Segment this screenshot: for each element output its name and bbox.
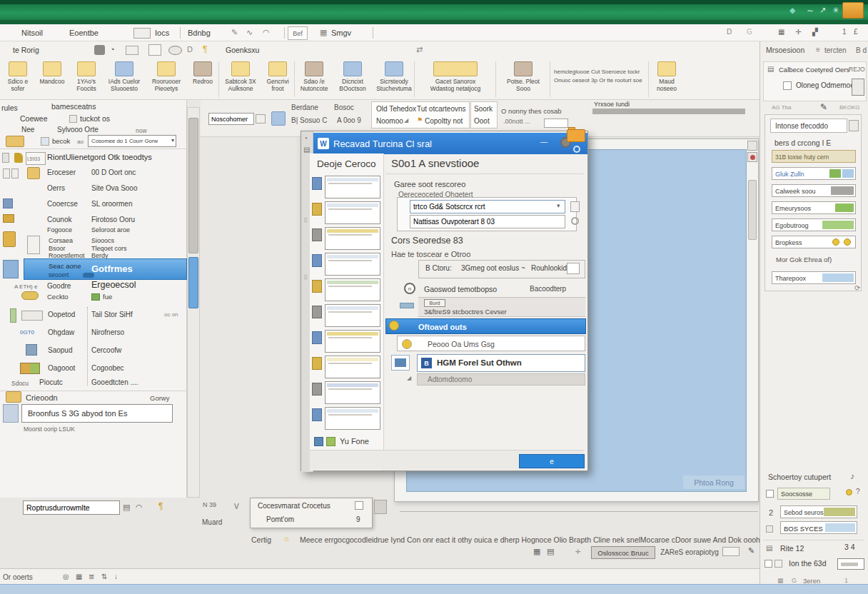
task-item[interactable]: Bropkess (772, 236, 856, 248)
template-thumbnail[interactable] (325, 253, 380, 276)
checkbox[interactable] (766, 490, 774, 498)
panel-header-box[interactable]: Intonse tfecoddo (770, 119, 847, 133)
ribbon-button[interactable]: IAds CuelorSluooesto (104, 61, 144, 92)
close-button[interactable] (842, 2, 864, 19)
ribbon-button[interactable]: Gencrivifroot (261, 61, 294, 92)
ok-button[interactable]: e (519, 454, 585, 468)
list-item-key[interactable]: Bsoor (49, 245, 66, 252)
layout-icon2[interactable]: ▤ (547, 547, 554, 556)
folder-badge-icon[interactable] (567, 129, 585, 142)
selected-option-row[interactable]: Oftoavd outs (385, 318, 586, 334)
view-tab2-line2[interactable]: Copoltty not (425, 117, 463, 125)
view-tab1-line2[interactable]: Noomoo (376, 117, 403, 125)
ring-button[interactable] (573, 146, 580, 153)
table-icon[interactable]: ▦ (778, 28, 784, 36)
radio-icon[interactable]: n (404, 283, 415, 294)
tab-bdnbg[interactable]: Bdnbg (188, 29, 211, 37)
page-icon[interactable]: ▤ (766, 544, 772, 552)
lower-item-box[interactable]: Soocsosse (777, 488, 830, 500)
ribbon-button[interactable]: Potse. PleotSooo (498, 61, 548, 92)
template-thumbnail[interactable] (325, 227, 380, 250)
two-col-left[interactable]: Oagooot (48, 364, 75, 372)
tab-eoentbe[interactable]: Eoentbe (69, 29, 99, 37)
list-item-key[interactable]: Oerrs (47, 184, 65, 192)
dialog-titlebar[interactable]: W Recavad Turcina Cl sral — (313, 133, 587, 154)
name-box-spinner[interactable] (256, 114, 266, 124)
panel-item[interactable]: Coewee (20, 114, 48, 123)
list-item-value[interactable]: Siooocs (91, 237, 114, 244)
list-item-value[interactable]: Ergeoecsol (91, 280, 136, 290)
task-item[interactable]: Emeurysoos (772, 201, 856, 214)
ribbon-button[interactable]: 1YAo'sFoocits (70, 61, 103, 92)
paragraph-icon[interactable]: ¶ (203, 44, 207, 54)
refresh-icon[interactable]: ⟳ (854, 284, 860, 292)
list-item-value[interactable]: SL oroormen (91, 200, 132, 208)
popup-item-1[interactable]: Cocesvmarat Crocetus (258, 502, 330, 510)
source-input[interactable] (410, 200, 565, 213)
two-col-left[interactable]: Piocutc (39, 378, 63, 386)
clock-icon[interactable]: ◔ (110, 45, 115, 54)
ribbon-button[interactable]: Sdico esofer (1, 61, 34, 92)
two-col-right[interactable]: Cogoobec (91, 364, 124, 372)
name-input-row[interactable]: B HGM Forel Sut Othwn (417, 354, 585, 372)
template-thumbnail[interactable] (325, 201, 380, 224)
ribbon-button[interactable]: Sdao /eNutoncote (297, 61, 331, 92)
panel-item[interactable]: tuckot os (80, 114, 110, 123)
slider-box[interactable] (722, 547, 740, 556)
ribbon-button[interactable]: Redroo (188, 61, 217, 85)
segment-option-2[interactable]: 3Gmeg oot eoslus ~ (461, 264, 525, 272)
task-item[interactable]: Calweek soou (772, 184, 856, 197)
template-thumbnail[interactable] (325, 407, 380, 430)
tab-iocs[interactable]: Iocs (155, 29, 169, 37)
left-scrollbar-thumb[interactable] (188, 118, 198, 253)
ribbon-button[interactable]: Gacet SanoroxWdastog netatjocg (417, 61, 494, 92)
ribbon-button[interactable]: Sabtcok 3XAulksone (221, 61, 260, 92)
name-box[interactable] (208, 113, 254, 125)
template-thumbnail[interactable] (325, 176, 380, 198)
view-tab1-line1[interactable]: Old Tehedox (376, 105, 416, 113)
ribbon-button[interactable]: SicrsteodyStuchevtuma (374, 61, 414, 92)
ring-icon[interactable] (571, 217, 579, 225)
list-item-key[interactable]: Fogooce (47, 226, 72, 233)
canvas-scroll-close-button[interactable] (747, 152, 757, 162)
oval-icon[interactable] (168, 46, 182, 55)
canvas-scrollbar-thumb[interactable] (748, 180, 757, 240)
two-col-left[interactable]: Oopetod (48, 311, 75, 318)
chevron-down-icon[interactable]: ▾ (557, 202, 560, 209)
list-item-value[interactable]: fue (103, 293, 112, 301)
box-icon[interactable] (126, 46, 138, 55)
cross-icon[interactable]: ✛ (795, 28, 801, 36)
tab-smgv[interactable]: Smgv (331, 29, 351, 37)
panel-item[interactable]: Nee (21, 126, 34, 134)
pen-icon[interactable]: ✎ (748, 546, 755, 555)
two-col-left[interactable]: Saopud (48, 346, 72, 354)
d-icon[interactable]: D (727, 28, 732, 36)
popup-item-2[interactable]: Pomt'om (266, 515, 294, 523)
two-col-left[interactable]: Ohgdaw (48, 328, 74, 336)
task-item[interactable]: Gluk Zulln (772, 167, 856, 180)
list-item-key[interactable]: Corsaea (49, 237, 73, 244)
popup-side-button[interactable] (374, 500, 387, 514)
lower-item-box[interactable]: BOS SYCES (780, 521, 857, 534)
panel-item[interactable]: bamesceatns (51, 102, 96, 111)
page-icon[interactable]: ▤ (123, 503, 130, 512)
tab-bef[interactable]: Bef (288, 26, 308, 40)
checkbox[interactable] (764, 560, 772, 568)
option-row-label[interactable]: Gaoswod temotbopso (424, 285, 497, 293)
page-button[interactable] (570, 201, 580, 212)
clip-icon[interactable]: ◠ (136, 503, 143, 512)
two-col-right[interactable]: Gooedtcten .... (91, 378, 138, 386)
view-tab2-line1[interactable]: Tut otcarteovns (417, 105, 466, 113)
segment-option-3[interactable]: Rouhlookid (531, 264, 567, 272)
mini-button[interactable] (837, 558, 864, 570)
pen-icon[interactable]: ✎ (820, 102, 827, 112)
segment-option-1[interactable]: B Ctoru: (425, 264, 452, 272)
settings-icon[interactable]: ✳ (832, 6, 839, 15)
list-item-key[interactable]: Counok (47, 216, 71, 223)
record-icon[interactable]: ◎ (63, 573, 69, 580)
lines-view-icon[interactable]: ≣ (89, 573, 94, 580)
template-thumbnail[interactable] (325, 381, 380, 404)
list-item-key[interactable]: Ceckto (47, 293, 69, 301)
ribbon-button[interactable]: DicncixtBOoctson (333, 61, 373, 92)
two-col-right[interactable]: Nirofnerso (91, 328, 124, 336)
